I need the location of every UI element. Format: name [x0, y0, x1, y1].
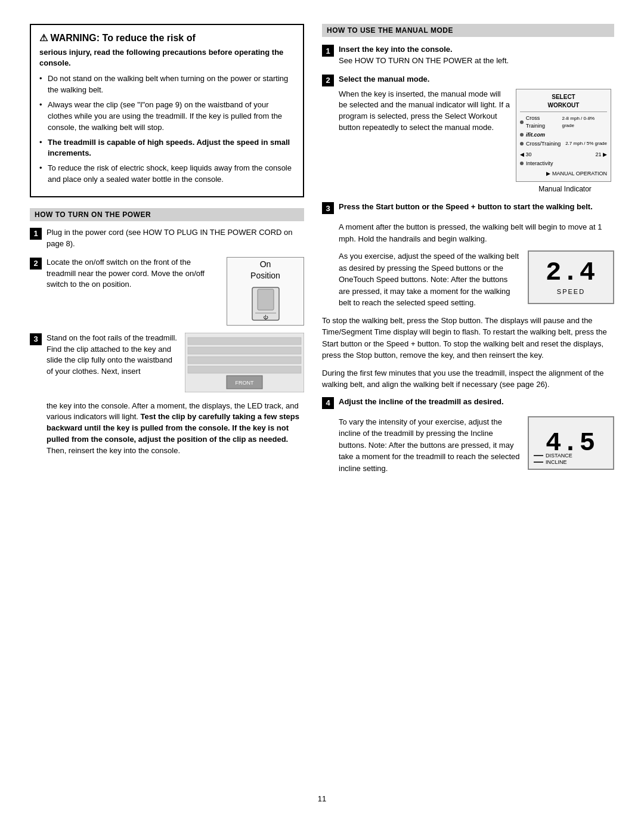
- incline-incline-row: INCLINE: [534, 459, 572, 465]
- right-step-1: 1 Insert the key into the console. See H…: [322, 44, 614, 67]
- right-step-4-num: 4: [322, 397, 334, 409]
- right-step-3-para1: A moment after the button is pressed, th…: [339, 221, 614, 244]
- speed-label: SPEED: [557, 288, 585, 295]
- bullet-4: To reduce the risk of electric shock, ke…: [39, 163, 295, 185]
- svg-rect-6: [188, 347, 301, 354]
- incline-box: 4.5 DISTANCE INCLINE: [528, 416, 614, 470]
- speed-number: 2.4: [546, 259, 596, 286]
- incline-distance-row: DISTANCE: [534, 453, 572, 459]
- speed-box: 2.4 SPEED: [528, 250, 614, 304]
- left-step-3: 3 Stand on the foot rails of the treadmi…: [30, 333, 304, 457]
- rail-figure: FRONT: [185, 333, 304, 396]
- right-step-3-label: Press the Start button or the Speed + bu…: [339, 202, 593, 211]
- mi-dot-4: [520, 162, 524, 165]
- incline-line-1: [534, 455, 543, 456]
- svg-text:FRONT: FRONT: [236, 380, 254, 386]
- bullet-2: Always wear the clip (see "I"on page 9) …: [39, 100, 295, 134]
- right-step-3-para4: During the first few minutes that you us…: [322, 367, 614, 391]
- left-step-2: 2 Locate the on/off switch on the front …: [30, 257, 304, 326]
- left-step-3-intro: Stand on the foot rails of the treadmill…: [47, 333, 179, 377]
- warning-body: serious injury, read the following preca…: [39, 47, 295, 69]
- right-step-3-speed-block: As you exercise, adjust the speed of the…: [339, 250, 614, 309]
- mi-option-ifitcom: ifit.com: [520, 131, 607, 139]
- speed-display-figure: 2.4 SPEED: [528, 250, 614, 304]
- left-step-2-text: Locate the on/off switch on the front of…: [47, 257, 221, 291]
- mi-option-cross: Cross Training 2-8 mph / 0-8% grade: [520, 114, 607, 130]
- mi-option-cross2: Cross/Training 2.7 mph / 5% grade: [520, 140, 607, 148]
- right-step-1-content: Insert the key into the console. See HOW…: [339, 44, 614, 67]
- incline-incline-label: INCLINE: [546, 459, 567, 465]
- right-step-2-content: Select the manual mode. When the key is …: [339, 74, 614, 195]
- mi-dot-3: [520, 142, 524, 145]
- left-step-2-content: Locate the on/off switch on the front of…: [47, 257, 304, 326]
- right-step-3-content: Press the Start button or the Speed + bu…: [339, 202, 614, 213]
- on-position-label: OnPosition: [250, 259, 280, 280]
- left-step-3-content: Stand on the foot rails of the treadmill…: [47, 333, 304, 457]
- incline-distance-label: DISTANCE: [546, 453, 572, 459]
- warning-title: ⚠ WARNING: To reduce the risk of: [39, 32, 295, 44]
- left-step-1: 1 Plug in the power cord (see HOW TO PLU…: [30, 227, 304, 250]
- right-column: HOW TO USE THE MANUAL MODE 1 Insert the …: [322, 24, 614, 782]
- right-section-header: HOW TO USE THE MANUAL MODE: [322, 24, 614, 37]
- warning-title-text: WARNING:: [50, 33, 100, 43]
- mi-arrow-block: ◀ 30 21 ▶: [520, 151, 607, 159]
- right-step-1-label: Insert the key into the console.: [339, 45, 453, 54]
- right-step-4-incline-block: To vary the intensity of your exercise, …: [339, 416, 614, 475]
- switch-illustration: ⏻: [249, 284, 282, 323]
- left-step-2-num: 2: [30, 258, 42, 270]
- mi-dot-1: [520, 120, 524, 124]
- right-step-3-para3: To stop the walking belt, press the Stop…: [322, 315, 614, 361]
- svg-rect-1: [258, 289, 274, 310]
- left-step-3-num: 3: [30, 333, 42, 345]
- page-number: 11: [30, 794, 614, 803]
- mi-manual-op: ▶ MANUAL OPERATION: [520, 170, 607, 178]
- right-step-4-label: Adjust the incline of the treadmill as d…: [339, 397, 504, 406]
- manual-indicator-figure: SELECTWORKOUT Cross Training 2-8 mph / 0…: [516, 89, 614, 195]
- mi-dot-2: [520, 133, 524, 137]
- left-step-3-main: the key into the console. After a moment…: [47, 401, 304, 457]
- right-step-1-num: 1: [322, 45, 334, 57]
- warning-icon: ⚠: [39, 33, 48, 43]
- incline-labels: DISTANCE INCLINE: [534, 453, 572, 465]
- mi-caption: Manual Indicator: [516, 184, 614, 194]
- right-step-3-num: 3: [322, 202, 334, 214]
- left-step-1-num: 1: [30, 228, 42, 240]
- mi-options: Cross Training 2-8 mph / 0-8% grade ifit…: [520, 114, 607, 178]
- right-step-1-detail: See HOW TO TURN ON THE POWER at the left…: [339, 56, 509, 65]
- warning-box: ⚠ WARNING: To reduce the risk of serious…: [30, 24, 304, 197]
- bullet-1: Do not stand on the walking belt when tu…: [39, 73, 295, 96]
- svg-text:⏻: ⏻: [263, 315, 268, 320]
- page: ⚠ WARNING: To reduce the risk of serious…: [0, 0, 644, 833]
- warning-bullets: Do not stand on the walking belt when tu…: [39, 73, 295, 185]
- mi-option-interactivity: Interactivity: [520, 160, 607, 168]
- right-step-3-para2: As you exercise, adjust the speed of the…: [339, 250, 521, 309]
- left-section-header: HOW TO TURN ON THE POWER: [30, 208, 304, 221]
- svg-rect-5: [188, 337, 301, 345]
- svg-rect-7: [188, 357, 301, 364]
- mi-title: SELECTWORKOUT: [520, 93, 607, 112]
- right-step-3: 3 Press the Start button or the Speed + …: [322, 202, 614, 214]
- left-column: ⚠ WARNING: To reduce the risk of serious…: [30, 24, 304, 782]
- right-step-4-text: To vary the intensity of your exercise, …: [339, 416, 521, 475]
- rail-illustration: FRONT: [185, 333, 304, 392]
- incline-line-2: [534, 462, 543, 463]
- right-step-2-text: When the key is inserted, the manual mod…: [339, 89, 510, 134]
- manual-indicator-box: SELECTWORKOUT Cross Training 2-8 mph / 0…: [516, 89, 611, 182]
- warning-title-suffix: To reduce the risk of: [100, 33, 196, 43]
- right-step-4-content: Adjust the incline of the treadmill as d…: [339, 397, 614, 408]
- right-step-2-num: 2: [322, 75, 334, 86]
- right-step-2: 2 Select the manual mode. When the key i…: [322, 74, 614, 195]
- svg-rect-8: [188, 366, 301, 373]
- on-position-figure: OnPosition ⏻: [227, 257, 304, 326]
- incline-display-figure: 4.5 DISTANCE INCLINE: [528, 416, 614, 470]
- right-step-4: 4 Adjust the incline of the treadmill as…: [322, 397, 614, 409]
- right-step-2-label: Select the manual mode.: [339, 75, 429, 83]
- bullet-3: The treadmill is capable of high speeds.…: [39, 137, 295, 160]
- left-step-1-content: Plug in the power cord (see HOW TO PLUG …: [47, 227, 304, 250]
